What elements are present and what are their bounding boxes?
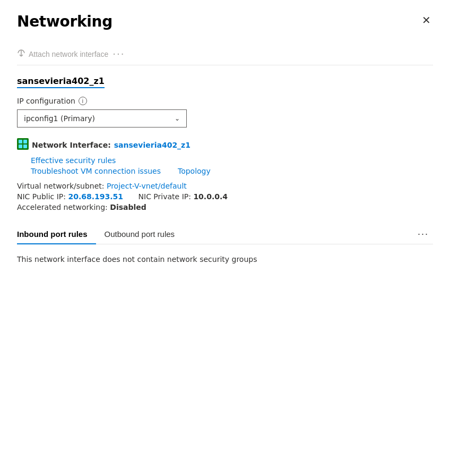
network-interface-row: Network Interface: sansevieria402_z1 [17, 138, 433, 152]
troubleshoot-link[interactable]: Troubleshoot VM connection issues [31, 167, 161, 175]
svg-rect-4 [19, 140, 22, 143]
ip-row: NIC Public IP: 20.68.193.51 NIC Private … [17, 192, 433, 201]
accelerated-row: Accelerated networking: Disabled [17, 203, 433, 211]
networking-panel: Networking ✕ Attach network interface ··… [0, 0, 450, 476]
panel-header: Networking ✕ [17, 13, 433, 30]
tabs-more-icon: ··· [418, 228, 429, 239]
tabs-row: Inbound port rules Outbound port rules ·… [17, 224, 433, 244]
ip-config-label-row: IP configuration i [17, 97, 433, 105]
tabs-section: Inbound port rules Outbound port rules ·… [17, 224, 433, 244]
svg-rect-6 [19, 144, 22, 148]
tab-content-inbound: This network interface does not contain … [17, 244, 433, 274]
topology-link[interactable]: Topology [178, 167, 211, 175]
toolbar-more[interactable]: ··· [112, 48, 125, 60]
accelerated-value: Disabled [110, 203, 146, 211]
no-nsg-message: This network interface does not contain … [17, 255, 433, 264]
close-button[interactable]: ✕ [420, 13, 433, 28]
attach-icon [17, 49, 25, 60]
tabs-more-button[interactable]: ··· [413, 226, 433, 242]
nic-name: sansevieria402_z1 [17, 76, 433, 97]
attach-label: Attach network interface [29, 50, 108, 58]
toolbar: Attach network interface ··· [17, 43, 433, 65]
nic-icon [17, 138, 29, 152]
vnet-row: Virtual network/subnet: Project-V-vnet/d… [17, 182, 433, 190]
attach-network-interface-button[interactable]: Attach network interface [17, 49, 108, 60]
svg-rect-5 [23, 140, 27, 143]
public-ip-value[interactable]: 20.68.193.51 [68, 192, 123, 201]
private-ip-label: NIC Private IP: [139, 192, 191, 201]
ip-config-dropdown[interactable]: ipconfig1 (Primary) ⌄ [17, 109, 187, 128]
svg-rect-7 [23, 144, 27, 148]
public-ip-label: NIC Public IP: [17, 192, 66, 201]
ip-config-value: ipconfig1 (Primary) [24, 114, 95, 123]
sub-link-row-2: Troubleshoot VM connection issues Topolo… [31, 167, 433, 175]
network-interface-label: Network Interface: [32, 141, 111, 149]
sub-link-row-1: Effective security rules [31, 156, 433, 165]
info-icon[interactable]: i [79, 97, 87, 105]
tab-outbound[interactable]: Outbound port rules [105, 224, 184, 244]
panel-title: Networking [17, 13, 112, 30]
network-info-section: Network Interface: sansevieria402_z1 Eff… [17, 138, 433, 211]
tab-inbound[interactable]: Inbound port rules [17, 224, 96, 244]
effective-security-rules-link[interactable]: Effective security rules [31, 156, 116, 165]
chevron-down-icon: ⌄ [175, 115, 180, 122]
vnet-link[interactable]: Project-V-vnet/default [107, 182, 187, 190]
private-ip-value: 10.0.0.4 [193, 192, 228, 201]
network-interface-link[interactable]: sansevieria402_z1 [114, 141, 191, 149]
ip-config-label-text: IP configuration [17, 97, 75, 105]
sub-links: Effective security rules Troubleshoot VM… [31, 156, 433, 175]
nic-section: sansevieria402_z1 IP configuration i ipc… [17, 76, 433, 128]
vnet-label: Virtual network/subnet: [17, 182, 105, 190]
close-icon: ✕ [422, 15, 431, 26]
accelerated-label: Accelerated networking: [17, 203, 108, 211]
